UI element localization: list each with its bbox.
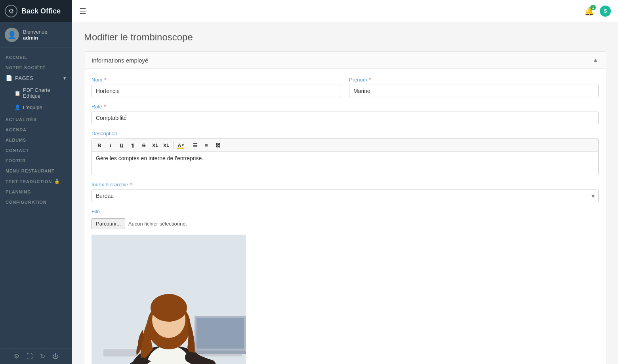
sidebar-item-equipe[interactable]: 👤 L'équipe <box>0 102 72 113</box>
nav-section-contact: CONTACT <box>0 144 72 154</box>
index-select-wrapper: Bureau <box>92 190 599 202</box>
browse-button[interactable]: Parcourir... <box>92 218 125 229</box>
nom-input[interactable] <box>92 85 341 97</box>
rte-toolbar: B I U ¶ S X1 X1 A▾ ☰ ≡ ⛓ <box>92 138 599 152</box>
file-label: File <box>92 209 599 214</box>
settings-icon[interactable]: ⚙ <box>14 353 19 360</box>
svg-rect-4 <box>190 351 246 354</box>
notification-bell-button[interactable]: 🔔 1 <box>584 6 594 16</box>
rte-bold-button[interactable]: B <box>94 140 105 150</box>
rte-content[interactable]: Gère les comptes en interne de l'entrepr… <box>92 152 599 175</box>
rte-separator-2 <box>188 141 188 149</box>
description-group: Description B I U ¶ S X1 X1 A▾ <box>92 131 599 175</box>
sidebar-item-pdf-label: PDF Charte Ethique <box>23 87 67 99</box>
description-label: Description <box>92 131 599 136</box>
rte-paragraph-button[interactable]: ¶ <box>128 140 138 150</box>
role-group: Role * <box>92 104 599 124</box>
nom-group: Nom * <box>92 77 341 97</box>
svg-point-11 <box>151 294 187 322</box>
nav-section-configuration: CONFIGURATION <box>0 196 72 206</box>
rte-ul-button[interactable]: ☰ <box>190 140 200 150</box>
equipe-icon: 👤 <box>14 104 21 110</box>
refresh-icon[interactable]: ↻ <box>40 353 45 360</box>
hamburger-menu-button[interactable]: ☰ <box>79 6 86 16</box>
card-header: Informations employé ▲ <box>84 52 606 69</box>
sidebar-user: 👤 Bienvenue, admin <box>0 22 72 48</box>
index-row: Index hierarchie * Bureau <box>92 182 599 202</box>
user-greeting: Bienvenue, <box>23 29 49 35</box>
power-icon[interactable]: ⏻ <box>52 353 59 360</box>
file-no-file-label: Aucun fichier sélectionné. <box>128 221 187 227</box>
rte-separator-1 <box>173 141 174 149</box>
user-avatar-topbar[interactable]: S <box>600 6 611 17</box>
svg-rect-3 <box>196 318 244 349</box>
content: Modifier le trombinoscope Informations e… <box>72 22 618 364</box>
nav-section-actualites: ACTUALITÉS <box>0 113 72 123</box>
employee-illustration <box>92 235 246 364</box>
nav-section-notre-societe: NOTRE SOCIÉTÉ <box>0 61 72 72</box>
rte-strikethrough-button[interactable]: S <box>139 140 149 150</box>
pages-icon: 📄 <box>6 75 12 81</box>
collapse-toggle-button[interactable]: ▲ <box>592 57 599 64</box>
rte-link-button[interactable]: ⛓ <box>212 140 223 150</box>
avatar: 👤 <box>5 28 19 42</box>
rte-ol-button[interactable]: ≡ <box>201 140 212 150</box>
gear-icon: ⚙ <box>5 5 17 17</box>
nom-prenom-row: Nom * Prenom * <box>92 77 599 97</box>
sidebar-footer: ⚙ ⛶ ↻ ⏻ <box>0 348 72 364</box>
rte-superscript-button[interactable]: X1 <box>150 140 160 150</box>
description-row: Description B I U ¶ S X1 X1 A▾ <box>92 131 599 175</box>
rte-underline-button[interactable]: U <box>116 140 127 150</box>
prenom-label: Prenom * <box>349 77 599 83</box>
sidebar-item-pdf-charte[interactable]: 📋 PDF Charte Ethique <box>0 84 72 102</box>
index-group: Index hierarchie * Bureau <box>92 182 599 202</box>
nav-section-agenda: AGENDA <box>0 123 72 134</box>
rte-italic-button[interactable]: I <box>105 140 116 150</box>
notification-badge: 1 <box>590 5 596 10</box>
sidebar-item-pages-label: Pages <box>15 75 33 81</box>
sidebar: ⚙ Back Office 👤 Bienvenue, admin ACCUEIL… <box>0 0 72 364</box>
nav-section-test-traduction: TEST TRADUCTION 🔒 <box>0 175 72 186</box>
sidebar-item-pages[interactable]: 📄 Pages ▾ <box>0 72 72 84</box>
main: ☰ 🔔 1 S Modifier le trombinoscope Inform… <box>72 0 618 364</box>
employee-info-card: Informations employé ▲ Nom * Prenom * <box>84 51 606 364</box>
chevron-down-icon: ▾ <box>63 75 67 81</box>
topbar: ☰ 🔔 1 S <box>72 0 618 22</box>
username: admin <box>23 35 49 41</box>
role-row: Role * <box>92 104 599 124</box>
role-label: Role * <box>92 104 599 110</box>
nav-section-accueil: ACCUEIL <box>0 51 72 61</box>
sidebar-item-equipe-label: L'équipe <box>23 104 42 110</box>
role-input[interactable] <box>92 112 599 124</box>
card-body: Nom * Prenom * Role * <box>84 69 606 364</box>
nav-section-albums: ALBUMS <box>0 134 72 144</box>
card-header-title: Informations employé <box>92 57 148 64</box>
expand-icon[interactable]: ⛶ <box>27 353 33 360</box>
prenom-input[interactable] <box>349 85 599 97</box>
nav-section-menu-restaurant: MENU RESTAURANT <box>0 165 72 175</box>
image-preview <box>92 235 246 364</box>
pdf-icon: 📋 <box>14 90 21 96</box>
prenom-group: Prenom * <box>349 77 599 97</box>
file-upload-row: Parcourir... Aucun fichier sélectionné. <box>92 218 599 229</box>
sidebar-header: ⚙ Back Office <box>0 0 72 22</box>
nav-section-planning: PLANNING <box>0 186 72 196</box>
sidebar-nav: ACCUEIL NOTRE SOCIÉTÉ 📄 Pages ▾ 📋 PDF Ch… <box>0 48 72 348</box>
page-title: Modifier le trombinoscope <box>84 32 606 43</box>
nav-section-footer: FOOTER <box>0 154 72 165</box>
file-section: File Parcourir... Aucun fichier sélectio… <box>92 209 599 364</box>
index-select[interactable]: Bureau <box>92 190 599 202</box>
rte-color-button[interactable]: A▾ <box>175 140 186 150</box>
rte-subscript-button[interactable]: X1 <box>161 140 171 150</box>
index-label: Index hierarchie * <box>92 182 599 188</box>
nom-label: Nom * <box>92 77 341 83</box>
app-title: Back Office <box>21 7 61 15</box>
